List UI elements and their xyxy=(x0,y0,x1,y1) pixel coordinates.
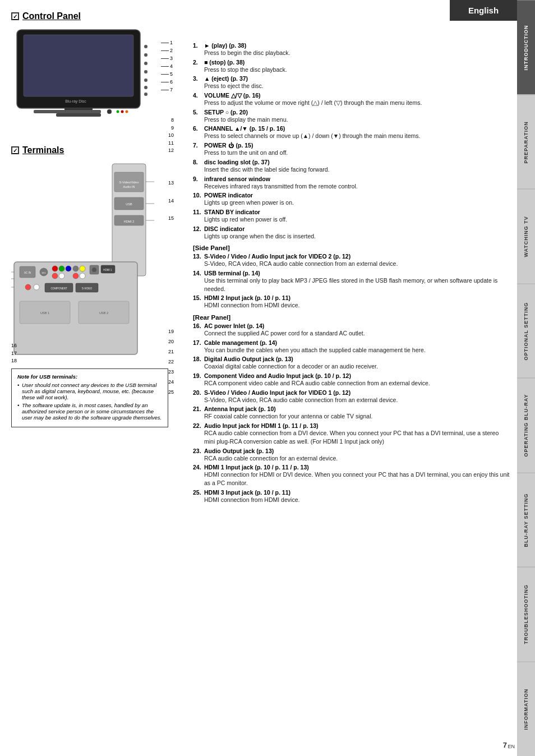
svg-rect-1 xyxy=(24,35,133,96)
svg-text:USB 2: USB 2 xyxy=(99,311,108,315)
svg-text:HDMI 1: HDMI 1 xyxy=(103,269,112,271)
item-24: 24. HDMI 1 Input jack (p. 10 / p. 11 / p… xyxy=(193,464,510,487)
note-item-2: The software update is, in most cases, h… xyxy=(17,402,162,421)
tab-troubleshooting[interactable]: TROUBLESHOOTING xyxy=(517,567,535,662)
svg-point-7 xyxy=(144,53,147,57)
item-10: 10. POWER indicator Lights up green when… xyxy=(193,192,510,207)
svg-text:S-VIDEO: S-VIDEO xyxy=(82,287,93,290)
item-1: 1. ► (play) (p. 38) Press to begin the d… xyxy=(193,42,510,57)
callout-3: 3 xyxy=(161,55,174,63)
page-number: 7 xyxy=(503,741,507,749)
svg-rect-13 xyxy=(34,110,101,113)
callout-18: 18 xyxy=(11,357,17,365)
usb-note-box: Note for USB terminals: User should not … xyxy=(11,368,168,427)
svg-point-34 xyxy=(52,273,58,279)
svg-point-16 xyxy=(121,110,124,113)
svg-point-44 xyxy=(25,284,31,290)
svg-text:AC IN: AC IN xyxy=(24,271,31,274)
tab-introduction[interactable]: INTRODUCTION xyxy=(517,0,535,95)
control-panel-section: ✓ Control Panel Blu-ray Disc xyxy=(11,11,179,136)
callout-numbers-control: 1 2 3 4 5 6 xyxy=(161,39,174,94)
svg-text:USB 1: USB 1 xyxy=(40,311,49,315)
item-6: 6. CHANNEL ▲/▼ (p. 15 / p. 16) Press to … xyxy=(193,125,510,140)
svg-point-17 xyxy=(126,110,128,113)
side-panel-callouts: 13 14 15 xyxy=(168,177,174,225)
callout-10: 10 xyxy=(168,132,174,140)
terminals-title: ✓ Terminals xyxy=(11,145,179,155)
svg-text:S-Video/Video: S-Video/Video xyxy=(119,181,139,184)
item-18: 18. Digital Audio Output jack (p. 13) Co… xyxy=(193,356,510,371)
svg-point-37 xyxy=(80,266,85,271)
callout-22: 22 xyxy=(168,357,174,367)
item-20: 20. S-Video / Video / Audio Input jack f… xyxy=(193,389,510,404)
side-tabs: INTRODUCTION PREPARATION WATCHING TV OPT… xyxy=(517,0,535,756)
left-column: ✓ Control Panel Blu-ray Disc xyxy=(11,11,179,505)
svg-point-39 xyxy=(80,273,85,279)
item-21: 21. Antenna Input jack (p. 10) RF coaxia… xyxy=(193,405,510,421)
main-content: ✓ Control Panel Blu-ray Disc xyxy=(0,0,517,517)
item-8: 8. disc loading slot (p. 37) Insert the … xyxy=(193,159,510,174)
svg-point-9 xyxy=(144,70,147,73)
svg-point-33 xyxy=(66,266,71,271)
svg-text:HDMI 2: HDMI 2 xyxy=(124,220,135,223)
tab-preparation[interactable]: PREPARATION xyxy=(517,95,535,190)
svg-point-35 xyxy=(59,273,64,279)
callout-2: 2 xyxy=(161,47,174,55)
item-13: 13. S-Video / Video / Audio Input jack f… xyxy=(193,253,510,268)
callout-13: 13 xyxy=(168,177,174,190)
rear-panel-label: [Rear Panel] xyxy=(193,314,510,321)
callout-9: 9 xyxy=(168,125,174,132)
callout-24: 24 xyxy=(168,377,174,387)
svg-point-38 xyxy=(73,273,79,279)
svg-text:COMPONENT: COMPONENT xyxy=(50,287,67,290)
svg-point-45 xyxy=(34,284,39,290)
svg-text:USB: USB xyxy=(126,202,132,206)
terminals-checkbox-icon: ✓ xyxy=(11,146,19,154)
item-14: 14. USB terminal (p. 14) Use this termin… xyxy=(193,270,510,293)
callout-numbers-bottom: 8 9 10 11 12 xyxy=(168,117,174,155)
svg-point-32 xyxy=(59,266,64,271)
callout-17: 17 xyxy=(11,350,17,358)
callout-16: 16 xyxy=(11,342,17,350)
tab-bluray-setting[interactable]: BLU-RAY SETTING xyxy=(517,473,535,568)
tab-optional-setting[interactable]: OPTIONAL SETTING xyxy=(517,284,535,379)
callout-1: 1 xyxy=(161,39,174,47)
item-9: 9. infrared sensor window Receives infra… xyxy=(193,176,510,191)
language-header: English xyxy=(450,0,517,21)
item-12: 12. DISC indicator Lights up orange when… xyxy=(193,225,510,241)
tab-information[interactable]: INFORMATION xyxy=(517,662,535,757)
note-item-1: User should not connect any devices to t… xyxy=(17,382,162,400)
note-title: Note for USB terminals: xyxy=(17,374,162,380)
callout-15: 15 xyxy=(168,212,174,225)
item-4: 4. VOLUME △/▽ (p. 16) Press to adjust th… xyxy=(193,92,510,107)
svg-point-10 xyxy=(144,79,147,82)
item-16: 16. AC power Inlet (p. 14) Connect the s… xyxy=(193,322,510,338)
item-7: 7. POWER ⏻ (p. 15) Press to turn the uni… xyxy=(193,142,510,157)
terminals-diagram: S-Video/Video Audio IN USB HDMI 2 AC IN … xyxy=(11,161,174,363)
callout-20: 20 xyxy=(168,336,174,347)
svg-text:Audio IN: Audio IN xyxy=(123,185,135,188)
tv-front-svg: Blu-ray Disc xyxy=(11,27,157,125)
control-panel-diagram: Blu-ray Disc xyxy=(11,27,174,136)
item-3: 3. ▲ (eject) (p. 37) Press to eject the … xyxy=(193,75,510,90)
item-22: 22. Audio Input jack for HDMI 1 (p. 11 /… xyxy=(193,422,510,445)
item-25: 25. HDMI 3 Input jack (p. 10 / p. 11) HD… xyxy=(193,489,510,504)
item-19: 19. Component Video and Audio Input jack… xyxy=(193,372,510,388)
checkbox-icon: ✓ xyxy=(11,12,19,20)
tab-operating-bluray[interactable]: OPERATING BLU-RAY xyxy=(517,378,535,473)
page-en: EN xyxy=(508,744,515,749)
callout-14: 14 xyxy=(168,190,174,213)
callout-11: 11 xyxy=(168,140,174,147)
svg-point-12 xyxy=(144,93,147,96)
tab-watching-tv[interactable]: WATCHING TV xyxy=(517,189,535,284)
callout-23: 23 xyxy=(168,367,174,377)
callout-19: 19 xyxy=(168,326,174,336)
svg-point-6 xyxy=(144,45,147,48)
rear-panel-callouts-right: 19 20 21 22 23 24 25 xyxy=(168,326,174,397)
svg-rect-5 xyxy=(56,113,101,117)
callout-7: 7 xyxy=(161,86,174,94)
right-section: 1. ► (play) (p. 38) Press to begin the d… xyxy=(193,11,510,504)
svg-point-11 xyxy=(144,86,147,89)
item-15: 15. HDMI 2 Input jack (p. 10 / p. 11) HD… xyxy=(193,294,510,310)
callout-21: 21 xyxy=(168,347,174,357)
